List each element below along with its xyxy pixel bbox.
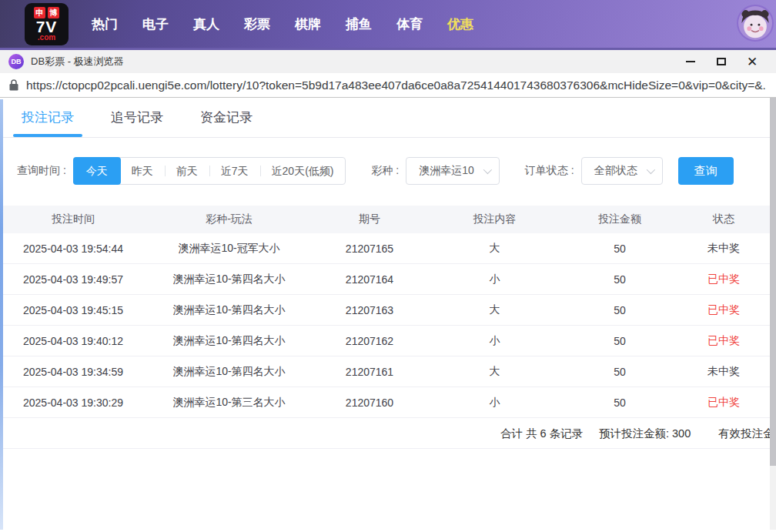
cell-bet-time: 2025-04-03 19:40:12	[0, 335, 146, 347]
nav-item-捕鱼[interactable]: 捕鱼	[333, 15, 384, 33]
table-header-cell: 投注金额	[562, 212, 677, 226]
cell-issue-number: 21207162	[312, 335, 427, 347]
top-nav: 申 博 7V .com 热门电子真人彩票棋牌捕鱼体育优惠	[0, 0, 776, 48]
cell-bet-amount: 50	[562, 243, 677, 255]
minimize-button[interactable]	[675, 51, 706, 72]
table-row: 2025-04-03 19:40:12澳洲幸运10-第四名大小21207162小…	[0, 326, 776, 356]
nav-item-彩票[interactable]: 彩票	[232, 15, 283, 33]
browser-favicon-icon: DB	[8, 54, 24, 69]
cell-bet-amount: 50	[562, 396, 677, 409]
cell-bet-time: 2025-04-03 19:30:29	[0, 396, 146, 409]
maximize-button[interactable]	[706, 51, 737, 72]
summary-total-count: 合计 共 6 条记录	[500, 426, 583, 440]
browser-titlebar: DB DB彩票 - 极速浏览器 ✕	[0, 48, 776, 73]
url-text[interactable]: https://ctopcp02pcali.uengi5e.com/lotter…	[26, 79, 767, 92]
table-header-cell: 投注时间	[0, 212, 146, 226]
cell-bet-amount: 50	[562, 304, 677, 316]
scrollbar-thumb[interactable]	[770, 98, 776, 466]
cell-status-badge: 已中奖	[677, 303, 770, 317]
cell-bet-time: 2025-04-03 19:45:15	[0, 304, 146, 316]
maximize-icon	[717, 58, 726, 65]
logo-badges: 申 博	[34, 7, 59, 18]
cell-status-badge: 已中奖	[677, 334, 770, 348]
user-avatar[interactable]	[738, 6, 772, 40]
table-header-cell: 投注内容	[427, 212, 562, 226]
cell-issue-number: 21207163	[312, 304, 427, 316]
minimize-icon	[686, 61, 695, 62]
window-controls: ✕	[675, 51, 768, 72]
nav-item-优惠[interactable]: 优惠	[435, 15, 486, 33]
time-option-今天[interactable]: 今天	[73, 157, 121, 185]
time-filter-group: 今天昨天前天近7天近20天(低频)	[73, 157, 346, 185]
table-row: 2025-04-03 19:49:57澳洲幸运10-第四名大小21207164小…	[0, 264, 776, 295]
table-header-row: 投注时间彩种-玩法期号投注内容投注金额状态	[0, 206, 776, 233]
cell-bet-content: 小	[427, 273, 562, 286]
lock-icon	[9, 79, 18, 91]
cell-bet-time: 2025-04-03 19:49:57	[0, 273, 146, 286]
nav-item-真人[interactable]: 真人	[181, 15, 232, 33]
tab-资金记录[interactable]: 资金记录	[200, 98, 253, 137]
window-title: DB彩票 - 极速浏览器	[31, 55, 124, 69]
cell-bet-content: 大	[427, 242, 562, 256]
search-button[interactable]: 查询	[678, 157, 734, 185]
cell-status-badge: 未中奖	[677, 242, 770, 256]
time-option-昨天[interactable]: 昨天	[120, 158, 165, 184]
bet-records-table: 投注时间彩种-玩法期号投注内容投注金额状态 2025-04-03 19:54:4…	[0, 206, 776, 449]
cell-lottery-play: 澳洲幸运10-第三名大小	[146, 396, 312, 410]
cell-lottery-play: 澳洲幸运10-第四名大小	[146, 303, 312, 317]
close-button[interactable]: ✕	[737, 51, 768, 72]
record-tabs: 投注记录追号记录资金记录	[0, 98, 776, 138]
cell-issue-number: 21207165	[312, 243, 427, 255]
cell-bet-time: 2025-04-03 19:54:44	[0, 243, 146, 255]
site-logo[interactable]: 申 博 7V .com	[25, 3, 69, 45]
table-summary-row: 合计 共 6 条记录 预计投注金额: 300 有效投注金额	[0, 418, 770, 449]
table-row: 2025-04-03 19:54:44澳洲幸运10-冠军大小21207165大5…	[0, 233, 776, 264]
cell-status-badge: 未中奖	[677, 365, 770, 379]
tab-追号记录[interactable]: 追号记录	[111, 98, 163, 137]
avatar-image	[738, 6, 772, 40]
logo-badge-right: 博	[48, 7, 59, 18]
page-content: 投注记录追号记录资金记录 查询时间 : 今天昨天前天近7天近20天(低频) 彩种…	[0, 98, 776, 530]
nav-menu: 热门电子真人彩票棋牌捕鱼体育优惠	[79, 15, 486, 33]
cell-bet-time: 2025-04-03 19:34:59	[0, 366, 146, 378]
nav-item-体育[interactable]: 体育	[384, 15, 435, 33]
time-option-近7天[interactable]: 近7天	[209, 158, 260, 184]
vertical-scrollbar[interactable]	[770, 98, 776, 530]
table-header-cell: 彩种-玩法	[146, 212, 312, 226]
status-filter-label: 订单状态 :	[525, 164, 574, 178]
cell-status-badge: 已中奖	[677, 273, 770, 286]
nav-item-棋牌[interactable]: 棋牌	[283, 15, 333, 33]
table-header-cell: 状态	[677, 212, 770, 226]
table-row: 2025-04-03 19:30:29澳洲幸运10-第三名大小21207160小…	[0, 387, 776, 418]
order-status-select[interactable]: 全部状态	[581, 157, 663, 185]
time-option-前天[interactable]: 前天	[165, 158, 209, 184]
cell-bet-content: 小	[427, 396, 562, 410]
nav-item-电子[interactable]: 电子	[130, 15, 181, 33]
table-row: 2025-04-03 19:34:59澳洲幸运10-第四名大小21207161大…	[0, 356, 776, 387]
chevron-down-icon	[483, 166, 492, 174]
lottery-select-value: 澳洲幸运10	[419, 164, 474, 178]
cell-bet-content: 大	[427, 303, 562, 317]
time-filter-label: 查询时间 :	[17, 164, 66, 178]
table-row: 2025-04-03 19:45:15澳洲幸运10-第四名大小21207163大…	[0, 295, 776, 326]
cell-bet-content: 大	[427, 365, 562, 379]
lottery-select[interactable]: 澳洲幸运10	[406, 157, 500, 185]
summary-valid-amount: 有效投注金额	[718, 426, 770, 440]
logo-suffix: .com	[38, 34, 55, 41]
app-window: 申 博 7V .com 热门电子真人彩票棋牌捕鱼体育优惠 DB	[0, 0, 776, 530]
lottery-filter-label: 彩种 :	[371, 164, 399, 178]
order-status-select-value: 全部状态	[594, 164, 637, 178]
cell-bet-amount: 50	[562, 273, 677, 286]
cell-issue-number: 21207160	[312, 396, 427, 409]
cell-bet-amount: 50	[562, 366, 677, 378]
chevron-down-icon	[646, 166, 654, 174]
logo-badge-left: 申	[34, 7, 45, 18]
tab-投注记录[interactable]: 投注记录	[22, 98, 74, 137]
nav-item-热门[interactable]: 热门	[79, 15, 130, 33]
table-header-cell: 期号	[312, 212, 427, 226]
cell-issue-number: 21207164	[312, 273, 427, 286]
filter-bar: 查询时间 : 今天昨天前天近7天近20天(低频) 彩种 : 澳洲幸运10 订单状…	[17, 157, 776, 185]
cell-lottery-play: 澳洲幸运10-第四名大小	[146, 273, 312, 286]
logo-text: 7V	[36, 19, 58, 34]
time-option-近20天(低频)[interactable]: 近20天(低频)	[260, 158, 346, 184]
